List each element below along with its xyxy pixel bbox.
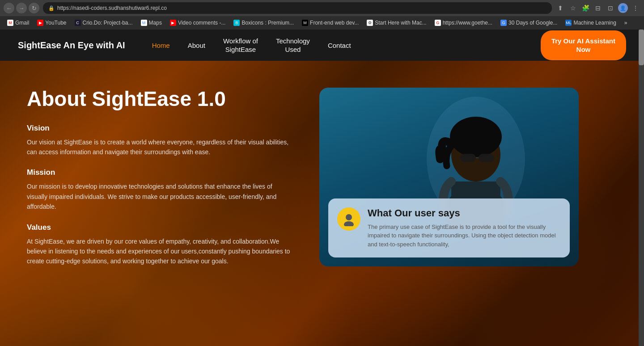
bookmark-label: YouTube	[45, 20, 66, 26]
bookmark-label: 30 Days of Google...	[508, 20, 557, 26]
values-heading: Values	[27, 223, 292, 232]
bookmark-label: Boxicons : Premium...	[242, 20, 294, 26]
bookmarks-bar: MGmail▶YouTubeCCrio.Do: Project-ba...MMa…	[0, 16, 644, 30]
bookmark-label: Gmail	[15, 20, 29, 26]
mission-text: Our mission is to develop innovative tec…	[27, 181, 292, 211]
bookmarks-more[interactable]: »	[621, 19, 631, 27]
bookmark-favicon: ML	[565, 20, 572, 26]
svg-point-10	[344, 221, 354, 226]
url-display: https://nasedi-coders.sudhanshutiwar6.re…	[57, 5, 547, 11]
scrollbar-thumb[interactable]	[639, 30, 644, 65]
cta-button[interactable]: Try Our AI AssistantNow	[541, 30, 626, 60]
nav-buttons: ← → ↻	[4, 3, 39, 13]
bookmark-item[interactable]: CCrio.Do: Project-ba...	[71, 19, 136, 27]
bookmark-item[interactable]: MLMachine Learning	[562, 19, 619, 27]
testimonial-title: What Our user says	[368, 207, 561, 219]
bookmark-label: Front-end web dev...	[310, 20, 359, 26]
address-bar[interactable]: 🔒 https://nasedi-coders.sudhanshutiwar6.…	[43, 2, 552, 14]
bookmark-favicon: M	[141, 20, 147, 26]
bookmark-favicon: B	[233, 20, 240, 26]
nav-links: Home About Workflow ofSightEase Technolo…	[152, 37, 523, 54]
bookmark-label: Start Here with Mac...	[375, 20, 426, 26]
bookmark-item[interactable]: ▶Video comments -...	[166, 19, 229, 27]
image-card: What Our user says The primary use case …	[319, 88, 579, 266]
lock-icon: 🔒	[48, 5, 55, 11]
browser-actions: ⬆ ☆ 🧩 ⊟ ⊡ 👤 ⋮	[555, 3, 640, 13]
website: SightEase An Eye with AI Home About Work…	[0, 30, 644, 346]
bookmark-favicon: C	[75, 20, 81, 26]
svg-point-9	[346, 214, 352, 220]
history-button[interactable]: ⊟	[593, 3, 603, 13]
bookmark-button[interactable]: ☆	[568, 3, 578, 13]
bookmark-label: Video comments -...	[178, 20, 226, 26]
testimonial-text: The primary use case of SightEase is to …	[368, 223, 561, 249]
bookmark-favicon: ⚙	[367, 20, 373, 26]
bookmark-label: https://www.goethe...	[443, 20, 492, 26]
nav-home[interactable]: Home	[152, 42, 170, 49]
nav-contact[interactable]: Contact	[328, 42, 351, 49]
bookmark-label: Crio.Do: Project-ba...	[83, 20, 133, 26]
bookmark-favicon: ▶	[170, 20, 176, 26]
bookmark-item[interactable]: G30 Days of Google...	[497, 19, 561, 27]
bookmark-label: Machine Learning	[573, 20, 616, 26]
nav-technology[interactable]: TechnologyUsed	[276, 37, 310, 54]
site-logo: SightEase An Eye with AI	[18, 40, 125, 51]
svg-rect-6	[460, 154, 476, 162]
values-section: Values At SightEase, we are driven by ou…	[27, 223, 292, 266]
bookmark-favicon: G	[435, 20, 441, 26]
bookmark-favicon: M	[7, 20, 13, 26]
navbar: SightEase An Eye with AI Home About Work…	[0, 30, 644, 61]
forward-button[interactable]: →	[16, 3, 27, 13]
bookmark-item[interactable]: ⚙Start Here with Mac...	[363, 19, 430, 27]
bookmark-favicon: G	[500, 20, 507, 26]
mission-heading: Mission	[27, 168, 292, 177]
page-title: About SightEase 1.0	[27, 88, 292, 110]
refresh-button[interactable]: ↻	[29, 3, 39, 13]
values-text: At SightEase, we are driven by our core …	[27, 236, 292, 266]
menu-button[interactable]: ⋮	[631, 3, 640, 13]
hero-right: What Our user says The primary use case …	[319, 88, 614, 266]
bookmark-item[interactable]: Ghttps://www.goethe...	[431, 19, 496, 27]
vision-section: Vision Our vision at SightEase is to cre…	[27, 124, 292, 157]
hero-section: About SightEase 1.0 Vision Our vision at…	[0, 61, 644, 346]
browser-toolbar: ← → ↻ 🔒 https://nasedi-coders.sudhanshut…	[0, 0, 644, 16]
browser-chrome: ← → ↻ 🔒 https://nasedi-coders.sudhanshut…	[0, 0, 644, 30]
testimonial-card: What Our user says The primary use case …	[328, 198, 570, 258]
share-button[interactable]: ⬆	[555, 3, 565, 13]
svg-rect-7	[479, 154, 494, 162]
bookmark-label: Maps	[149, 20, 162, 26]
svg-point-5	[450, 117, 502, 157]
testimonial-content: What Our user says The primary use case …	[368, 207, 561, 249]
hero-left: About SightEase 1.0 Vision Our vision at…	[27, 88, 292, 278]
bookmark-favicon: ▶	[37, 20, 43, 26]
profile-avatar[interactable]: 👤	[618, 3, 628, 13]
bookmark-favicon: M	[302, 20, 308, 26]
bookmark-item[interactable]: MGmail	[4, 19, 33, 27]
bookmark-item[interactable]: MMaps	[137, 19, 165, 27]
mission-section: Mission Our mission is to develop innova…	[27, 168, 292, 211]
user-avatar	[337, 207, 360, 231]
scrollbar[interactable]	[639, 30, 644, 346]
back-button[interactable]: ←	[4, 3, 14, 13]
split-button[interactable]: ⊡	[606, 3, 615, 13]
vision-text: Our vision at SightEase is to create a w…	[27, 137, 292, 157]
nav-about[interactable]: About	[188, 42, 205, 49]
bookmark-item[interactable]: BBoxicons : Premium...	[230, 19, 297, 27]
vision-heading: Vision	[27, 124, 292, 133]
bookmark-item[interactable]: ▶YouTube	[34, 19, 70, 27]
extension-button[interactable]: 🧩	[580, 3, 590, 13]
bookmark-item[interactable]: MFront-end web dev...	[298, 19, 362, 27]
nav-workflow[interactable]: Workflow ofSightEase	[223, 37, 258, 54]
